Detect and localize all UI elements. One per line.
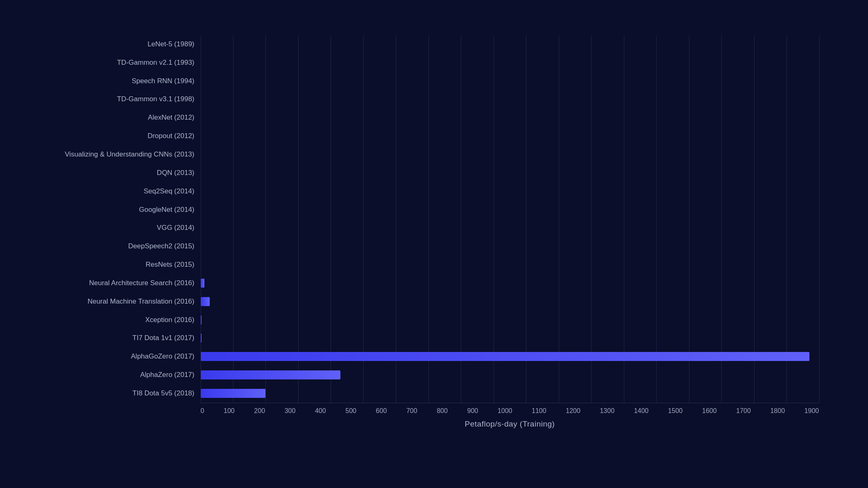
- bar-label: AlphaZero (2017): [33, 371, 201, 379]
- bar-label: AlexNet (2012): [33, 113, 201, 122]
- bar-row: AlexNet (2012): [33, 109, 819, 127]
- x-tick: 1800: [770, 407, 785, 415]
- bar-track: [201, 370, 819, 379]
- bar-row: DeepSpeech2 (2015): [33, 237, 819, 256]
- x-tick: 400: [315, 407, 326, 415]
- bar-label: Xception (2016): [33, 316, 201, 324]
- bar-row: VGG (2014): [33, 219, 819, 237]
- bar-track: [201, 315, 819, 325]
- bar-label: Neural Architecture Search (2016): [33, 279, 201, 287]
- bar-row: GoogleNet (2014): [33, 200, 819, 219]
- x-tick: 900: [467, 407, 478, 415]
- bar-label: TD-Gammon v2.1 (1993): [33, 59, 201, 67]
- x-tick: 1000: [498, 407, 512, 415]
- bar-row: Seq2Seq (2014): [33, 182, 819, 200]
- bar-row: Xception (2016): [33, 311, 819, 329]
- bar-track: [201, 132, 819, 141]
- x-axis-label: Petaflop/s-day (Training): [201, 420, 819, 429]
- chart-container: LeNet-5 (1989)TD-Gammon v2.1 (1993)Speec…: [25, 19, 844, 470]
- bar-row: Visualizing & Understanding CNNs (2013): [33, 145, 819, 164]
- bar-track: [201, 334, 819, 343]
- bar-label: Speech RNN (1994): [33, 77, 201, 85]
- bar-row: AlphaGoZero (2017): [33, 347, 819, 366]
- bar-label: LeNet-5 (1989): [33, 40, 201, 48]
- x-tick: 1900: [805, 407, 819, 415]
- bar-track: [201, 205, 819, 214]
- bar-row: TI8 Dota 5v5 (2018): [33, 384, 819, 403]
- bar-track: [201, 77, 819, 86]
- bar-track: [201, 297, 819, 306]
- bar-track: [201, 260, 819, 269]
- bar-track: [201, 40, 819, 49]
- x-tick: 800: [437, 407, 448, 415]
- bar-fill: [201, 370, 341, 379]
- bar-row: AlphaZero (2017): [33, 366, 819, 384]
- bar-track: [201, 150, 819, 159]
- bar-label: Seq2Seq (2014): [33, 187, 201, 195]
- bar-row: TD-Gammon v3.1 (1998): [33, 90, 819, 109]
- bars-section: LeNet-5 (1989)TD-Gammon v2.1 (1993)Speec…: [33, 35, 819, 403]
- chart-area: LeNet-5 (1989)TD-Gammon v2.1 (1993)Speec…: [33, 35, 819, 429]
- bar-fill: [201, 334, 202, 343]
- x-tick: 1100: [532, 407, 546, 415]
- x-tick: 100: [224, 407, 235, 415]
- bar-track: [201, 389, 819, 398]
- x-tick: 1400: [634, 407, 649, 415]
- bar-track: [201, 352, 819, 361]
- bar-label: TI8 Dota 5v5 (2018): [33, 389, 201, 397]
- x-tick: 300: [285, 407, 296, 415]
- bar-fill: [201, 279, 205, 288]
- bar-track: [201, 187, 819, 196]
- bar-track: [201, 95, 819, 104]
- bar-label: GoogleNet (2014): [33, 206, 201, 214]
- bar-track: [201, 113, 819, 122]
- bar-row: DQN (2013): [33, 163, 819, 182]
- bar-row: LeNet-5 (1989): [33, 35, 819, 54]
- bar-label: DQN (2013): [33, 169, 201, 177]
- bar-label: Visualizing & Understanding CNNs (2013): [33, 150, 201, 159]
- bar-fill: [201, 389, 266, 398]
- x-tick: 500: [345, 407, 356, 415]
- x-axis: 0100200300400500600700800900100011001200…: [201, 403, 819, 415]
- bar-row: ResNets (2015): [33, 256, 819, 274]
- bar-track: [201, 279, 819, 288]
- x-tick: 1700: [736, 407, 751, 415]
- x-tick: 1600: [702, 407, 717, 415]
- bar-row: Neural Machine Translation (2016): [33, 292, 819, 311]
- bar-label: VGG (2014): [33, 224, 201, 232]
- bar-row: Speech RNN (1994): [33, 72, 819, 90]
- x-tick: 1300: [600, 407, 614, 415]
- bar-label: TD-Gammon v3.1 (1998): [33, 95, 201, 103]
- bar-row: TI7 Dota 1v1 (2017): [33, 329, 819, 347]
- bar-track: [201, 168, 819, 177]
- bar-row: TD-Gammon v2.1 (1993): [33, 53, 819, 72]
- bar-label: AlphaGoZero (2017): [33, 352, 201, 361]
- grid-line: [819, 35, 820, 403]
- bar-label: ResNets (2015): [33, 261, 201, 269]
- bar-fill: [201, 315, 202, 325]
- x-tick: 200: [254, 407, 265, 415]
- x-tick: 0: [201, 407, 204, 415]
- bar-track: [201, 58, 819, 67]
- bar-label: Dropout (2012): [33, 132, 201, 140]
- bar-fill: [201, 297, 210, 306]
- bar-fill: [201, 352, 809, 361]
- x-tick: 1200: [566, 407, 580, 415]
- bar-label: Neural Machine Translation (2016): [33, 297, 201, 306]
- x-tick: 1500: [668, 407, 683, 415]
- x-tick: 600: [376, 407, 387, 415]
- bar-row: Neural Architecture Search (2016): [33, 274, 819, 292]
- bar-row: Dropout (2012): [33, 127, 819, 145]
- x-tick: 700: [406, 407, 417, 415]
- bar-label: DeepSpeech2 (2015): [33, 242, 201, 250]
- bar-track: [201, 223, 819, 232]
- bar-track: [201, 242, 819, 251]
- bar-label: TI7 Dota 1v1 (2017): [33, 334, 201, 342]
